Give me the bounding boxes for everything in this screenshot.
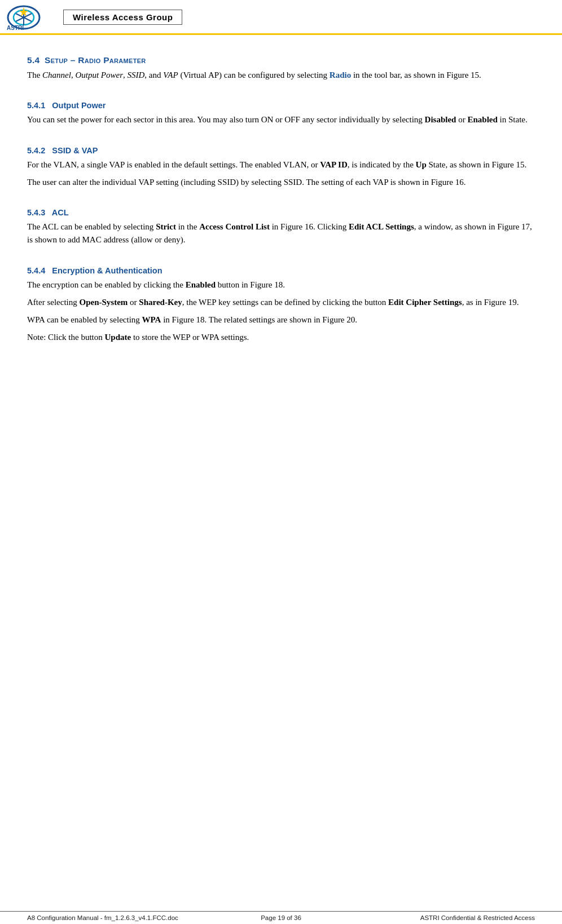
text-544-2b: or	[128, 298, 139, 307]
section-54-num: 5.4	[27, 55, 39, 65]
text-544-1a: The encryption can be enabled by clickin…	[27, 280, 186, 289]
section-544-title: Encryption & Authentication	[52, 266, 162, 275]
text-vap-id: VAP ID	[320, 160, 348, 169]
section-542-para2: The user can alter the individual VAP se…	[27, 176, 535, 189]
text-output-power: Output Power	[75, 70, 123, 79]
text-edit-acl: Edit ACL Settings	[349, 222, 414, 231]
text-edit-cipher: Edit Cipher Settings	[388, 298, 462, 307]
text-543-1c: in Figure 16. Clicking	[270, 222, 349, 231]
section-543-num: 5.4.3	[27, 208, 45, 217]
text-544-4a: Note: Click the button	[27, 333, 104, 342]
footer-center: Page 19 of 36	[261, 914, 301, 921]
text-542-1a: For the VLAN, a single VAP is enabled in…	[27, 160, 320, 169]
text-541a: You can set the power for each sector in…	[27, 115, 425, 124]
section-544-para1: The encryption can be enabled by clickin…	[27, 278, 535, 291]
header-title: Wireless Access Group	[63, 10, 182, 25]
text-open-system: Open-System	[79, 298, 128, 307]
page-footer: A8 Configuration Manual - fm_1.2.6.3_v4.…	[0, 911, 562, 924]
text-update: Update	[104, 333, 131, 342]
section-542-title: SSID & VAP	[52, 146, 98, 155]
text-strict: Strict	[156, 222, 176, 231]
text-radio: Radio	[330, 70, 351, 79]
text-enabled-544: Enabled	[186, 280, 216, 289]
section-541: 5.4.1 Output Power You can set the power…	[27, 101, 535, 126]
text-and: , and	[144, 70, 163, 79]
page-header: ASTRI Wireless Access Group	[0, 0, 562, 35]
section-54-para: The Channel, Output Power, SSID, and VAP…	[27, 69, 535, 82]
text-542-1b: , is indicated by the	[348, 160, 416, 169]
text-ssid: SSID	[128, 70, 145, 79]
text-in-state: in State.	[498, 115, 528, 124]
footer-right: ASTRI Confidential & Restricted Access	[420, 914, 535, 921]
section-541-heading: 5.4.1 Output Power	[27, 101, 535, 110]
section-544-para3: WPA can be enabled by selecting WPA in F…	[27, 313, 535, 326]
section-543-title: ACL	[52, 208, 69, 217]
text-544-3b: in Figure 18. The related settings are s…	[161, 315, 357, 324]
section-544-para2: After selecting Open-System or Shared-Ke…	[27, 296, 535, 309]
section-543-para1: The ACL can be enabled by selecting Stri…	[27, 220, 535, 247]
section-542: 5.4.2 SSID & VAP For the VLAN, a single …	[27, 146, 535, 189]
section-54: 5.4 Setup – Radio Parameter The Channel,…	[27, 55, 535, 82]
section-541-para: You can set the power for each sector in…	[27, 113, 535, 126]
text-enabled-541: Enabled	[467, 115, 497, 124]
text-or: or	[456, 115, 467, 124]
text-channel: Channel	[42, 70, 71, 79]
text-shared-key: Shared-Key	[139, 298, 182, 307]
section-542-para1: For the VLAN, a single VAP is enabled in…	[27, 158, 535, 171]
text-544-3a: WPA can be enabled by selecting	[27, 315, 142, 324]
main-content: 5.4 Setup – Radio Parameter The Channel,…	[0, 35, 562, 383]
section-541-title: Output Power	[52, 101, 106, 110]
text-544-1b: button in Figure 18.	[216, 280, 285, 289]
section-542-num: 5.4.2	[27, 146, 45, 155]
text-the: The	[27, 70, 42, 79]
section-542-heading: 5.4.2 SSID & VAP	[27, 146, 535, 155]
section-541-num: 5.4.1	[27, 101, 45, 110]
section-54-title: Setup – Radio Parameter	[45, 55, 146, 65]
text-543-1a: The ACL can be enabled by selecting	[27, 222, 156, 231]
text-542-1c: State, as shown in Figure 15.	[427, 160, 527, 169]
section-543: 5.4.3 ACL The ACL can be enabled by sele…	[27, 208, 535, 247]
text-body1c: in the tool bar, as shown in Figure 15.	[351, 70, 481, 79]
footer-left: A8 Configuration Manual - fm_1.2.6.3_v4.…	[27, 914, 178, 921]
text-wpa: WPA	[142, 315, 161, 324]
text-access-control-list: Access Control List	[199, 222, 270, 231]
section-544-num: 5.4.4	[27, 266, 45, 275]
logo-area: ASTRI Wireless Access Group	[6, 4, 182, 31]
section-544-heading: 5.4.4 Encryption & Authentication	[27, 266, 535, 275]
astri-logo: ASTRI	[6, 4, 56, 31]
text-vap: VAP	[163, 70, 178, 79]
text-544-2c: , the WEP key settings can be defined by…	[182, 298, 388, 307]
text-544-2d: , as in Figure 19.	[462, 298, 519, 307]
text-543-1b: in the	[176, 222, 199, 231]
text-disabled: Disabled	[425, 115, 456, 124]
text-comma2: ,	[123, 70, 128, 79]
text-544-2a: After selecting	[27, 298, 79, 307]
text-body1b: (Virtual AP) can be configured by select…	[178, 70, 330, 79]
svg-text:ASTRI: ASTRI	[7, 25, 24, 31]
text-544-4b: to store the WEP or WPA settings.	[131, 333, 249, 342]
section-54-heading: 5.4 Setup – Radio Parameter	[27, 55, 535, 65]
section-544-para4: Note: Click the button Update to store t…	[27, 331, 535, 344]
section-544: 5.4.4 Encryption & Authentication The en…	[27, 266, 535, 344]
text-up: Up	[416, 160, 427, 169]
section-543-heading: 5.4.3 ACL	[27, 208, 535, 217]
